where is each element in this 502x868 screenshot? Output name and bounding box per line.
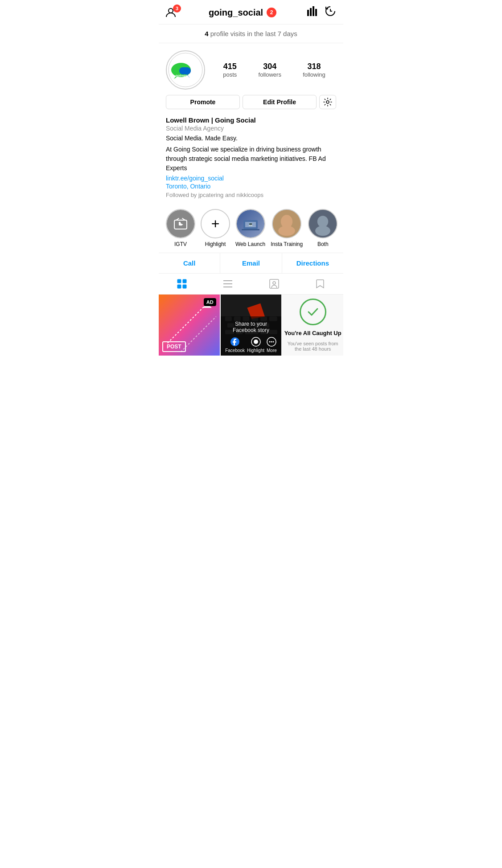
highlight-label-web-launch: Web Launch <box>235 241 265 247</box>
igtv-icon <box>173 216 189 232</box>
profile-avatar-image: goingsocial <box>168 52 203 88</box>
insights-icon[interactable] <box>307 6 317 19</box>
settings-button[interactable] <box>319 95 336 109</box>
laptop-icon: 💻 <box>242 215 259 233</box>
history-icon[interactable] <box>325 5 336 20</box>
fb-share-overlay: Share to your Facebook story Facebook Hi… <box>221 316 282 356</box>
bio-description: At Going Social we specialize in driving… <box>166 145 336 173</box>
highlight-circle-both <box>308 209 337 238</box>
highlight-circle-web-launch: 💻 <box>236 209 265 238</box>
post-item-1[interactable]: AD POST <box>159 295 220 356</box>
face-image-icon <box>273 209 300 238</box>
fb-share-text: Share to your Facebook story <box>224 321 278 333</box>
highlight-label: Highlight <box>247 348 264 353</box>
profile-visits-banner: 4 profile visits in the last 7 days <box>159 25 343 43</box>
fb-share-highlight[interactable]: Highlight <box>247 337 264 353</box>
post-item-caught-up: You're All Caught Up You've seen posts f… <box>282 295 343 356</box>
highlight-circle-add: + <box>201 209 230 238</box>
directions-button[interactable]: Directions <box>282 253 343 273</box>
dm-badge[interactable]: 2 <box>267 8 276 17</box>
call-button[interactable]: Call <box>159 253 220 273</box>
highlight-add[interactable]: + Highlight <box>201 209 230 247</box>
caught-up-subtitle: You've seen posts from the last 48 hours <box>282 341 343 352</box>
following-count: 318 <box>308 62 321 71</box>
posts-count: 415 <box>223 62 237 71</box>
svg-point-62 <box>269 341 271 342</box>
profile-visits-count: 4 <box>205 30 208 37</box>
svg-point-60 <box>254 340 258 344</box>
stat-posts[interactable]: 415 posts <box>223 62 237 78</box>
svg-text:💻: 💻 <box>248 222 253 226</box>
caught-up-title: You're All Caught Up <box>284 330 342 336</box>
list-icon <box>223 279 233 289</box>
highlight-circle-igtv <box>166 209 195 238</box>
action-buttons: Promote Edit Profile <box>159 95 343 115</box>
svg-rect-6 <box>315 9 317 16</box>
highlight-label-igtv: IGTV <box>174 241 187 247</box>
svg-point-22 <box>278 226 295 236</box>
bio-link[interactable]: linktr.ee/going_social <box>166 175 336 182</box>
more-label: More <box>267 348 277 353</box>
svg-point-63 <box>271 341 272 342</box>
followers-label: followers <box>259 71 281 78</box>
fb-share-facebook[interactable]: Facebook <box>225 337 245 353</box>
fb-share-icons: Facebook Highlight Mor <box>224 337 278 353</box>
cta-buttons-row: Call Email Directions <box>159 253 343 274</box>
fb-share-more[interactable]: More <box>267 337 277 353</box>
username-label: going_social <box>209 8 263 18</box>
stat-following[interactable]: 318 following <box>303 62 325 78</box>
tab-list[interactable] <box>205 274 251 294</box>
bio-section: Lowell Brown | Going Social Social Media… <box>159 115 343 204</box>
highlight-insta-training[interactable]: Insta Training <box>271 209 303 247</box>
highlight-icon <box>251 337 261 347</box>
fb-label: Facebook <box>225 348 245 353</box>
svg-rect-4 <box>310 8 312 16</box>
tab-tagged[interactable] <box>251 274 297 294</box>
add-user-button[interactable]: 3 <box>166 7 178 18</box>
post-label: POST <box>162 341 186 352</box>
bio-category: Social Media Agency <box>166 125 336 132</box>
add-highlight-plus-icon: + <box>211 217 220 231</box>
svg-rect-34 <box>270 279 279 288</box>
svg-point-25 <box>317 216 328 227</box>
edit-profile-button[interactable]: Edit Profile <box>243 95 317 109</box>
highlight-web-launch[interactable]: 💻 Web Launch <box>235 209 265 247</box>
avatar[interactable]: goingsocial <box>166 50 205 90</box>
svg-rect-5 <box>313 6 314 16</box>
highlight-both[interactable]: Both <box>308 209 337 247</box>
highlights-row: IGTV + Highlight 💻 Web Launch <box>159 204 343 253</box>
notification-badge: 3 <box>173 4 181 12</box>
tab-saved[interactable] <box>297 274 344 294</box>
stat-followers[interactable]: 304 followers <box>259 62 281 78</box>
caught-up-circle <box>300 299 326 325</box>
svg-point-26 <box>315 226 330 236</box>
stats-area: 415 posts 304 followers 318 following <box>212 62 336 78</box>
profile-visits-text: profile visits in the last 7 days <box>210 30 297 37</box>
bio-name: Lowell Brown | Going Social <box>166 116 336 124</box>
post-item-2[interactable]: Share to your Facebook story Facebook Hi… <box>221 295 282 356</box>
tagged-icon <box>269 279 279 289</box>
top-nav-icons <box>307 5 336 20</box>
svg-rect-30 <box>183 285 186 288</box>
highlight-circle-insta-training <box>272 209 301 238</box>
email-button[interactable]: Email <box>220 253 282 273</box>
svg-rect-27 <box>177 279 181 283</box>
grid-icon <box>177 279 187 289</box>
top-navigation: 3 going_social 2 <box>159 0 343 25</box>
svg-rect-17 <box>242 229 259 230</box>
ad-label: AD <box>204 298 216 306</box>
svg-point-0 <box>169 8 173 13</box>
bio-location[interactable]: Toronto, Ontario <box>166 183 336 190</box>
saved-icon <box>315 279 325 289</box>
highlight-igtv[interactable]: IGTV <box>166 209 195 247</box>
checkmark-icon <box>306 305 320 319</box>
svg-point-35 <box>273 282 276 284</box>
gear-icon <box>323 98 332 106</box>
highlight-label-add: Highlight <box>205 241 226 247</box>
username-area: going_social 2 <box>209 8 276 18</box>
tabs-row <box>159 274 343 295</box>
following-label: following <box>303 71 325 78</box>
tab-grid[interactable] <box>159 274 205 294</box>
promote-button[interactable]: Promote <box>166 95 240 109</box>
highlight-label-insta-training: Insta Training <box>271 241 303 247</box>
